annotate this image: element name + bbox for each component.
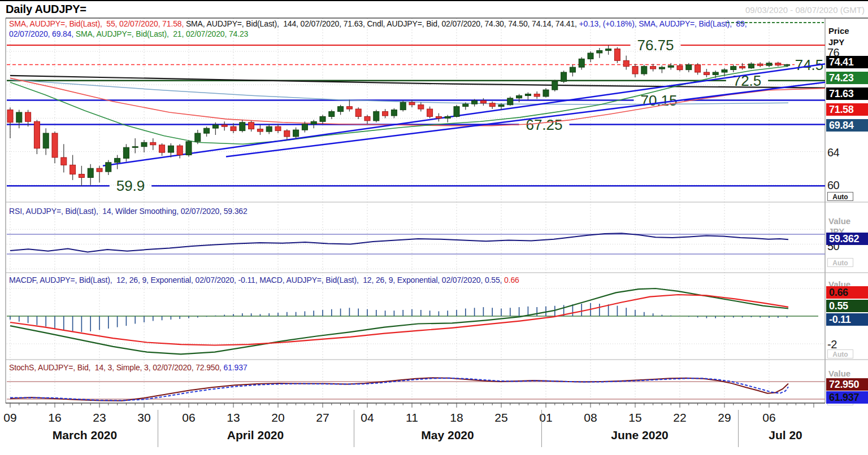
x-axis-day-label: 04 xyxy=(361,411,374,425)
rsi-price-badge: 59.362 xyxy=(826,233,868,245)
x-axis-day-label: 27 xyxy=(316,411,329,425)
main-legend-segment: SMA, AUDJPY=, Bid(Last), 144, 02/07/2020… xyxy=(186,19,579,28)
main-axis-tick: 64 xyxy=(827,146,839,159)
month-separator xyxy=(158,410,158,447)
chart-window: Daily AUDJPY= 09/03/2020 - 08/07/2020 (G… xyxy=(0,0,868,455)
x-axis-day-label: 25 xyxy=(494,411,507,425)
main-legend-segment: +0.13, (+0.18%), SMA, AUDJPY=, Bid(Last)… xyxy=(579,19,747,28)
x-axis-day-label: 15 xyxy=(628,411,641,425)
x-axis-month-label: March 2020 xyxy=(53,428,117,442)
macd-auto-scale-button[interactable]: Auto xyxy=(827,349,853,358)
month-separator xyxy=(738,410,739,447)
main-legend-line2: 02/07/2020, 69.84, SMA, AUDJPY=, Bid(Las… xyxy=(9,29,248,39)
main-price-badge: 71.58 xyxy=(826,103,868,116)
x-axis-day-label: 30 xyxy=(137,411,150,425)
main-axis-title: JPY xyxy=(828,37,844,47)
x-axis-day-label: 08 xyxy=(584,411,597,425)
x-axis-day-label: 18 xyxy=(450,411,463,425)
month-separator xyxy=(541,410,542,447)
x-axis-day-label: 23 xyxy=(93,411,106,425)
svg-text:59.9: 59.9 xyxy=(116,177,145,194)
macd-price-badge: -0.11 xyxy=(826,313,868,326)
macd-legend: MACDF, AUDJPY=, Bid(Last), 12, 26, 9, Ex… xyxy=(9,275,519,285)
x-axis-month-label: June 2020 xyxy=(611,428,669,442)
x-axis-day-label: 16 xyxy=(48,411,61,425)
x-axis-day-label: 06 xyxy=(762,411,775,425)
x-axis-month-label: Jul 20 xyxy=(769,428,802,442)
main-price-badge: 69.84 xyxy=(826,119,868,132)
x-axis-day-label: 09 xyxy=(3,411,16,425)
rsi-axis-title: Value xyxy=(828,216,850,226)
x-axis-day-label: 29 xyxy=(718,411,731,425)
month-separator xyxy=(354,410,354,447)
main-legend-segment: SMA, AUDJPY=, Bid(Last), 21, 02/07/2020,… xyxy=(76,29,248,38)
main-legend-segment: 02/07/2020, 69.84, xyxy=(9,29,76,38)
x-axis-day-label: 11 xyxy=(406,411,418,425)
x-axis-day-label: 13 xyxy=(227,411,240,425)
main-legend-segment: SMA, AUDJPY=, Bid(Last), 55, 02/07/2020,… xyxy=(9,19,186,28)
stoch-price-badge: 61.937 xyxy=(826,391,868,404)
macd-legend-segment: 0.66 xyxy=(504,275,519,285)
x-axis-month-label: April 2020 xyxy=(227,428,284,442)
macd-price-badge: 0.66 xyxy=(826,286,868,299)
stoch-price-badge: 72.950 xyxy=(826,378,868,391)
stoch-axis-title: Value xyxy=(828,369,850,378)
main-price-badge: 74.23 xyxy=(826,72,868,84)
x-axis-month-label: May 2020 xyxy=(421,428,474,442)
macd-price-badge: 0.55 xyxy=(826,300,868,312)
main-axis-tick: 60 xyxy=(827,179,839,192)
main-axis-title: Price xyxy=(828,26,849,36)
main-legend-line1: SMA, AUDJPY=, Bid(Last), 55, 02/07/2020,… xyxy=(9,19,747,29)
main-price-badge: 71.63 xyxy=(826,88,868,100)
x-axis-day-label: 20 xyxy=(271,411,284,425)
stoch-legend: StochS, AUDJPY=, Bid, 14, 3, Simple, 3, … xyxy=(9,363,248,373)
macd-legend-segment: MACDF, AUDJPY=, Bid(Last), 12, 26, 9, Ex… xyxy=(9,275,504,285)
rsi-legend-segment: RSI, AUDJPY=, Bid(Last), 14, Wilder Smoo… xyxy=(9,207,248,216)
stoch-legend-segment: 61.937 xyxy=(224,363,248,372)
rsi-legend: RSI, AUDJPY=, Bid(Last), 14, Wilder Smoo… xyxy=(9,207,248,216)
svg-text:76.75: 76.75 xyxy=(637,37,674,54)
x-axis-day-label: 06 xyxy=(182,411,195,425)
main-auto-scale-button[interactable]: Auto xyxy=(827,192,853,201)
x-axis-day-label: 22 xyxy=(673,411,686,425)
stoch-legend-segment: StochS, AUDJPY=, Bid, 14, 3, Simple, 3, … xyxy=(9,363,224,372)
rsi-auto-scale-button[interactable]: Auto xyxy=(827,258,853,267)
main-price-badge: 74.41 xyxy=(826,56,868,68)
chart-canvas: 76.7572.570.1567.2559.974.5 xyxy=(0,1,868,455)
